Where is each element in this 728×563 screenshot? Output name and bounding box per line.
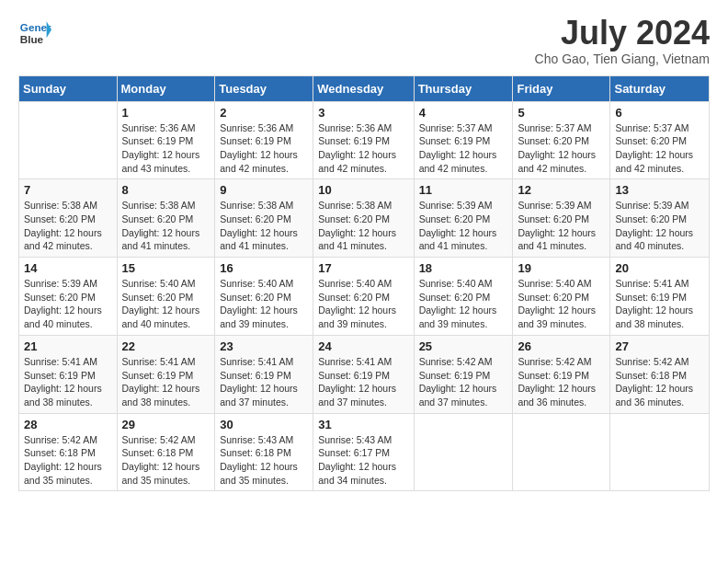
calendar-cell: 18Sunrise: 5:40 AM Sunset: 6:20 PM Dayli… — [414, 258, 513, 336]
day-info: Sunrise: 5:41 AM Sunset: 6:19 PM Dayligh… — [615, 277, 704, 331]
calendar-cell: 8Sunrise: 5:38 AM Sunset: 6:20 PM Daylig… — [117, 179, 215, 258]
day-info: Sunrise: 5:42 AM Sunset: 6:18 PM Dayligh… — [615, 355, 704, 409]
calendar-cell — [414, 413, 513, 491]
day-info: Sunrise: 5:38 AM Sunset: 6:20 PM Dayligh… — [24, 199, 112, 253]
day-number: 18 — [419, 261, 508, 275]
calendar-cell: 17Sunrise: 5:40 AM Sunset: 6:20 PM Dayli… — [313, 258, 414, 336]
calendar-week-row: 14Sunrise: 5:39 AM Sunset: 6:20 PM Dayli… — [19, 258, 710, 336]
day-number: 12 — [518, 183, 605, 197]
calendar-cell: 5Sunrise: 5:37 AM Sunset: 6:20 PM Daylig… — [513, 101, 610, 179]
day-number: 15 — [122, 261, 210, 275]
calendar-cell: 31Sunrise: 5:43 AM Sunset: 6:17 PM Dayli… — [313, 413, 414, 491]
calendar-cell: 4Sunrise: 5:37 AM Sunset: 6:19 PM Daylig… — [414, 101, 513, 179]
day-info: Sunrise: 5:40 AM Sunset: 6:20 PM Dayligh… — [419, 277, 508, 331]
day-number: 3 — [318, 106, 408, 120]
calendar-cell: 29Sunrise: 5:42 AM Sunset: 6:18 PM Dayli… — [117, 413, 215, 491]
day-info: Sunrise: 5:42 AM Sunset: 6:19 PM Dayligh… — [419, 355, 508, 409]
calendar-cell: 2Sunrise: 5:36 AM Sunset: 6:19 PM Daylig… — [215, 101, 313, 179]
day-number: 19 — [518, 261, 605, 275]
day-info: Sunrise: 5:39 AM Sunset: 6:20 PM Dayligh… — [24, 277, 112, 331]
day-number: 24 — [318, 339, 408, 353]
calendar-cell: 28Sunrise: 5:42 AM Sunset: 6:18 PM Dayli… — [19, 413, 118, 491]
day-info: Sunrise: 5:42 AM Sunset: 6:19 PM Dayligh… — [518, 355, 605, 409]
day-number: 21 — [24, 339, 112, 353]
day-info: Sunrise: 5:40 AM Sunset: 6:20 PM Dayligh… — [318, 277, 408, 331]
day-info: Sunrise: 5:38 AM Sunset: 6:20 PM Dayligh… — [220, 199, 308, 253]
month-title: July 2024 — [535, 15, 710, 52]
calendar-cell: 21Sunrise: 5:41 AM Sunset: 6:19 PM Dayli… — [19, 335, 118, 413]
day-info: Sunrise: 5:37 AM Sunset: 6:19 PM Dayligh… — [419, 121, 508, 176]
day-info: Sunrise: 5:40 AM Sunset: 6:20 PM Dayligh… — [220, 277, 308, 331]
day-info: Sunrise: 5:36 AM Sunset: 6:19 PM Dayligh… — [318, 121, 408, 176]
day-info: Sunrise: 5:39 AM Sunset: 6:20 PM Dayligh… — [419, 199, 508, 253]
day-info: Sunrise: 5:41 AM Sunset: 6:19 PM Dayligh… — [122, 355, 210, 409]
calendar-cell: 24Sunrise: 5:41 AM Sunset: 6:19 PM Dayli… — [313, 335, 414, 413]
day-number: 27 — [615, 339, 704, 353]
day-info: Sunrise: 5:43 AM Sunset: 6:18 PM Dayligh… — [220, 433, 308, 488]
day-number: 5 — [518, 106, 605, 120]
day-number: 7 — [24, 183, 112, 197]
calendar-cell: 11Sunrise: 5:39 AM Sunset: 6:20 PM Dayli… — [414, 179, 513, 258]
calendar-cell: 12Sunrise: 5:39 AM Sunset: 6:20 PM Dayli… — [513, 179, 610, 258]
title-block: July 2024 Cho Gao, Tien Giang, Vietnam — [535, 15, 710, 66]
day-info: Sunrise: 5:42 AM Sunset: 6:18 PM Dayligh… — [122, 433, 210, 488]
calendar-week-row: 7Sunrise: 5:38 AM Sunset: 6:20 PM Daylig… — [19, 179, 710, 258]
calendar-cell: 6Sunrise: 5:37 AM Sunset: 6:20 PM Daylig… — [610, 101, 710, 179]
weekday-header-friday: Friday — [513, 75, 610, 101]
calendar-cell: 20Sunrise: 5:41 AM Sunset: 6:19 PM Dayli… — [610, 258, 710, 336]
day-number: 20 — [615, 261, 704, 275]
day-number: 29 — [122, 418, 210, 431]
day-number: 31 — [318, 418, 408, 431]
location: Cho Gao, Tien Giang, Vietnam — [535, 52, 710, 66]
weekday-header-saturday: Saturday — [610, 75, 710, 101]
calendar-week-row: 1Sunrise: 5:36 AM Sunset: 6:19 PM Daylig… — [19, 101, 710, 179]
day-number: 13 — [615, 183, 704, 197]
logo: General Blue — [18, 15, 55, 48]
day-number: 9 — [220, 183, 308, 197]
weekday-header-sunday: Sunday — [19, 75, 118, 101]
calendar-cell: 9Sunrise: 5:38 AM Sunset: 6:20 PM Daylig… — [215, 179, 313, 258]
day-info: Sunrise: 5:41 AM Sunset: 6:19 PM Dayligh… — [24, 355, 112, 409]
calendar-cell: 22Sunrise: 5:41 AM Sunset: 6:19 PM Dayli… — [117, 335, 215, 413]
calendar-cell — [19, 101, 118, 179]
day-number: 2 — [220, 106, 308, 120]
weekday-header-wednesday: Wednesday — [313, 75, 414, 101]
calendar-cell: 1Sunrise: 5:36 AM Sunset: 6:19 PM Daylig… — [117, 101, 215, 179]
day-number: 4 — [419, 106, 508, 120]
weekday-header-thursday: Thursday — [414, 75, 513, 101]
day-number: 25 — [419, 339, 508, 353]
calendar-cell: 19Sunrise: 5:40 AM Sunset: 6:20 PM Dayli… — [513, 258, 610, 336]
day-info: Sunrise: 5:38 AM Sunset: 6:20 PM Dayligh… — [318, 199, 408, 253]
day-number: 6 — [615, 106, 704, 120]
day-info: Sunrise: 5:37 AM Sunset: 6:20 PM Dayligh… — [518, 121, 605, 176]
day-number: 17 — [318, 261, 408, 275]
calendar-week-row: 28Sunrise: 5:42 AM Sunset: 6:18 PM Dayli… — [19, 413, 710, 491]
calendar-cell: 13Sunrise: 5:39 AM Sunset: 6:20 PM Dayli… — [610, 179, 710, 258]
day-number: 22 — [122, 339, 210, 353]
calendar-cell: 7Sunrise: 5:38 AM Sunset: 6:20 PM Daylig… — [19, 179, 118, 258]
day-info: Sunrise: 5:40 AM Sunset: 6:20 PM Dayligh… — [122, 277, 210, 331]
day-number: 26 — [518, 339, 605, 353]
weekday-header-row: SundayMondayTuesdayWednesdayThursdayFrid… — [19, 75, 710, 101]
day-info: Sunrise: 5:41 AM Sunset: 6:19 PM Dayligh… — [318, 355, 408, 409]
day-info: Sunrise: 5:36 AM Sunset: 6:19 PM Dayligh… — [220, 121, 308, 176]
calendar-cell — [610, 413, 710, 491]
day-info: Sunrise: 5:40 AM Sunset: 6:20 PM Dayligh… — [518, 277, 605, 331]
day-info: Sunrise: 5:41 AM Sunset: 6:19 PM Dayligh… — [220, 355, 308, 409]
day-number: 28 — [24, 418, 112, 431]
calendar-week-row: 21Sunrise: 5:41 AM Sunset: 6:19 PM Dayli… — [19, 335, 710, 413]
weekday-header-tuesday: Tuesday — [215, 75, 313, 101]
day-number: 11 — [419, 183, 508, 197]
calendar-cell: 30Sunrise: 5:43 AM Sunset: 6:18 PM Dayli… — [215, 413, 313, 491]
day-info: Sunrise: 5:39 AM Sunset: 6:20 PM Dayligh… — [518, 199, 605, 253]
logo-icon: General Blue — [18, 15, 51, 48]
calendar-cell: 23Sunrise: 5:41 AM Sunset: 6:19 PM Dayli… — [215, 335, 313, 413]
calendar-cell: 3Sunrise: 5:36 AM Sunset: 6:19 PM Daylig… — [313, 101, 414, 179]
day-number: 14 — [24, 261, 112, 275]
page-header: General Blue July 2024 Cho Gao, Tien Gia… — [18, 15, 710, 66]
day-info: Sunrise: 5:36 AM Sunset: 6:19 PM Dayligh… — [122, 121, 210, 176]
calendar-cell: 10Sunrise: 5:38 AM Sunset: 6:20 PM Dayli… — [313, 179, 414, 258]
day-number: 23 — [220, 339, 308, 353]
day-info: Sunrise: 5:42 AM Sunset: 6:18 PM Dayligh… — [24, 433, 112, 488]
calendar-table: SundayMondayTuesdayWednesdayThursdayFrid… — [18, 75, 710, 492]
